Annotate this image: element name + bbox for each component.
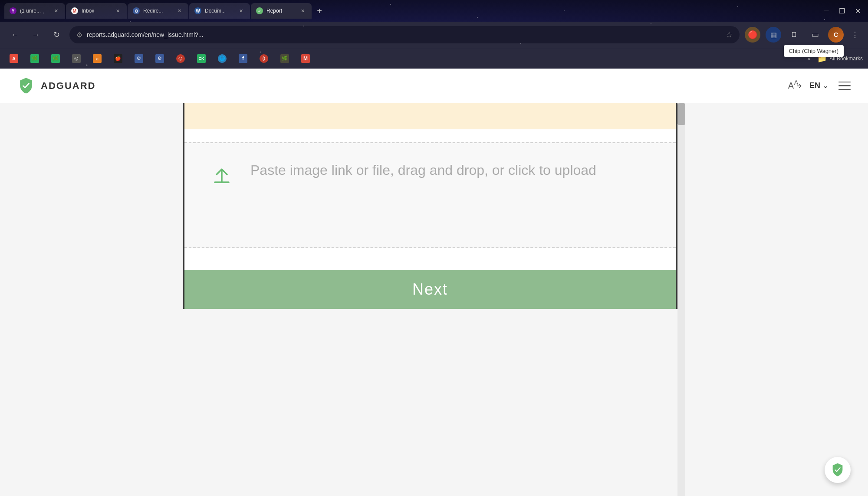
upload-arrow-icon bbox=[210, 164, 233, 187]
bookmark-14[interactable]: 🌿 bbox=[276, 53, 293, 65]
tab-web-label: Redire... bbox=[143, 8, 172, 14]
spacer-below bbox=[183, 248, 677, 270]
adguard-logo: ADGUARD bbox=[17, 77, 95, 95]
tab-word-close[interactable]: ✕ bbox=[237, 7, 245, 15]
next-button[interactable]: Next bbox=[183, 270, 677, 309]
main-content: ADGUARD AA EN ⌄ bbox=[0, 69, 868, 496]
back-button[interactable]: ← bbox=[7, 27, 23, 43]
profile-area[interactable]: C Chip (Chip Wagner) bbox=[828, 27, 844, 43]
upload-area[interactable]: Paste image link or file, drag and drop,… bbox=[183, 143, 677, 247]
profile-tooltip: Chip (Chip Wagner) bbox=[784, 45, 844, 57]
bookmark-4[interactable]: ◎ bbox=[68, 53, 85, 65]
new-tab-button[interactable]: + bbox=[312, 4, 326, 18]
security-icon: ⚙ bbox=[76, 31, 82, 39]
tab-gmail-label: Inbox bbox=[82, 8, 110, 14]
forward-button[interactable]: → bbox=[28, 27, 43, 43]
bookmark-8-icon: ⚙ bbox=[155, 54, 164, 63]
bookmarks-bar: A 🌿 🌿 ◎ a 🍎 ⚙ ⚙ ◎ CK 🌐 bbox=[0, 48, 868, 69]
gmail-favicon: M bbox=[71, 7, 78, 14]
bookmark-4-icon: ◎ bbox=[72, 54, 81, 63]
banner-area bbox=[183, 103, 677, 129]
bookmark-13-icon: (( bbox=[260, 54, 268, 63]
bookmark-12-icon: f bbox=[239, 54, 247, 63]
bookmark-3-icon: 🌿 bbox=[51, 54, 60, 63]
tab-yahoo-close[interactable]: ✕ bbox=[52, 7, 60, 15]
bookmark-10-icon: CK bbox=[197, 54, 206, 63]
word-favicon: W bbox=[194, 7, 201, 14]
tab-yahoo[interactable]: Y (1 unre... ✕ bbox=[4, 3, 65, 19]
bookmark-1-icon: A bbox=[10, 54, 18, 63]
bookmark-7[interactable]: ⚙ bbox=[130, 53, 148, 65]
content-wrapper: Paste image link or file, drag and drop,… bbox=[183, 103, 677, 496]
profile-avatar[interactable]: C bbox=[828, 27, 844, 43]
more-options-button[interactable]: ⋮ bbox=[849, 29, 861, 41]
adguard-fab-button[interactable] bbox=[825, 457, 851, 483]
bookmark-star-icon[interactable]: ☆ bbox=[726, 30, 733, 39]
sidebar-toggle[interactable]: ▭ bbox=[807, 27, 823, 43]
translate-icon[interactable]: AA bbox=[788, 81, 802, 91]
next-button-label: Next bbox=[412, 280, 448, 299]
adguard-favicon: ✓ bbox=[256, 7, 263, 14]
bookmark-3[interactable]: 🌿 bbox=[47, 53, 64, 65]
tab-adguard[interactable]: ✓ Report ✕ bbox=[251, 3, 312, 19]
bookmark-7-icon: ⚙ bbox=[135, 54, 143, 63]
bookmark-9[interactable]: ◎ bbox=[172, 53, 189, 65]
web-favicon: ⚙ bbox=[133, 7, 140, 14]
hamburger-menu-icon[interactable] bbox=[838, 82, 851, 90]
adguard-fab-shield-icon bbox=[830, 463, 845, 477]
language-code: EN bbox=[809, 81, 820, 90]
scrollbar[interactable] bbox=[677, 103, 685, 496]
minimize-button[interactable]: ─ bbox=[820, 5, 832, 17]
bookmark-6[interactable]: 🍎 bbox=[109, 53, 127, 65]
header-right: AA EN ⌄ bbox=[788, 81, 851, 91]
tab-gmail[interactable]: M Inbox ✕ bbox=[66, 3, 127, 19]
tab-yahoo-label: (1 unre... bbox=[20, 8, 49, 14]
ext-icon-2[interactable]: ▦ bbox=[766, 27, 781, 43]
adguard-shield-icon bbox=[17, 77, 35, 95]
tab-word[interactable]: W Docum... ✕ bbox=[189, 3, 250, 19]
bookmark-5[interactable]: a bbox=[89, 53, 106, 65]
spacer-top bbox=[183, 129, 677, 142]
close-button[interactable]: ✕ bbox=[852, 5, 864, 17]
bookmark-5-icon: a bbox=[93, 54, 102, 63]
page-body: Paste image link or file, drag and drop,… bbox=[0, 103, 868, 496]
adguard-header: ADGUARD AA EN ⌄ bbox=[0, 69, 868, 103]
tab-adguard-label: Report bbox=[266, 8, 295, 14]
bookmark-8[interactable]: ⚙ bbox=[151, 53, 168, 65]
ext-icon-1[interactable]: 🔴 bbox=[745, 27, 760, 43]
bookmark-12[interactable]: f bbox=[234, 53, 252, 65]
language-chevron-icon: ⌄ bbox=[823, 82, 828, 89]
url-text: reports.adguard.com/en/new_issue.html?..… bbox=[87, 31, 721, 38]
bookmark-14-icon: 🌿 bbox=[280, 54, 289, 63]
adguard-name: ADGUARD bbox=[41, 80, 95, 92]
tab-web[interactable]: ⚙ Redire... ✕ bbox=[128, 3, 188, 19]
bookmark-13[interactable]: (( bbox=[255, 53, 273, 65]
ext-icon-3[interactable]: 🗒 bbox=[786, 27, 802, 43]
tab-word-label: Docum... bbox=[205, 8, 233, 14]
bookmark-9-icon: ◎ bbox=[176, 54, 185, 63]
tab-gmail-close[interactable]: ✕ bbox=[114, 7, 122, 15]
bookmark-2[interactable]: 🌿 bbox=[26, 53, 43, 65]
restore-button[interactable]: ❐ bbox=[836, 5, 848, 17]
bookmark-10[interactable]: CK bbox=[193, 53, 210, 65]
yahoo-favicon: Y bbox=[10, 7, 16, 14]
upload-icon-container bbox=[210, 161, 233, 188]
tab-web-close[interactable]: ✕ bbox=[175, 7, 183, 15]
reload-button[interactable]: ↻ bbox=[49, 27, 64, 43]
bookmark-1[interactable]: A bbox=[5, 53, 23, 65]
bookmark-6-icon: 🍎 bbox=[114, 54, 122, 63]
language-selector[interactable]: EN ⌄ bbox=[809, 81, 828, 90]
bookmark-2-icon: 🌿 bbox=[30, 54, 39, 63]
navigation-bar: ← → ↻ ⚙ reports.adguard.com/en/new_issue… bbox=[0, 22, 868, 48]
scroll-thumb bbox=[677, 103, 685, 125]
address-bar[interactable]: ⚙ reports.adguard.com/en/new_issue.html?… bbox=[69, 26, 740, 43]
bookmark-15[interactable]: M bbox=[297, 53, 314, 65]
bookmark-11-icon: 🌐 bbox=[218, 54, 227, 63]
upload-text: Paste image link or file, drag and drop,… bbox=[250, 161, 596, 180]
bookmark-15-icon: M bbox=[301, 54, 310, 63]
tabs-row: Y (1 unre... ✕ M Inbox ✕ ⚙ Redire... ✕ W bbox=[0, 0, 868, 22]
bookmark-11[interactable]: 🌐 bbox=[214, 53, 231, 65]
window-controls: ─ ❐ ✕ bbox=[820, 5, 864, 17]
tab-adguard-close[interactable]: ✕ bbox=[299, 7, 306, 15]
browser-chrome: Y (1 unre... ✕ M Inbox ✕ ⚙ Redire... ✕ W bbox=[0, 0, 868, 69]
